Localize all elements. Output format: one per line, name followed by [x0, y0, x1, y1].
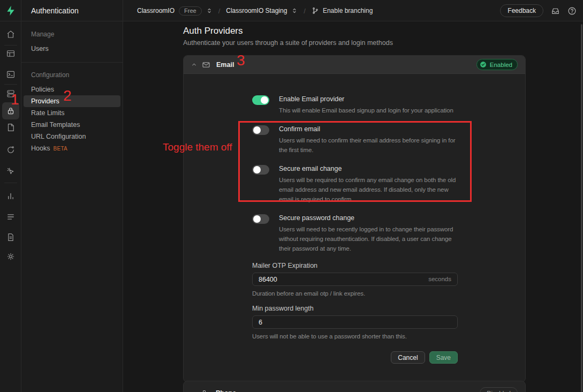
bolt-icon [5, 5, 16, 16]
chevron-down-icon [191, 390, 197, 392]
enable-branching-button[interactable]: Enable branching [312, 7, 373, 14]
logs-icon[interactable] [0, 208, 21, 225]
annotation-step-1: 1 [11, 92, 19, 107]
org-switcher-icon[interactable] [206, 7, 213, 14]
field-description: Duration before an email otp / link expi… [252, 290, 457, 297]
toggle-row-enable-email: Enable Email provider This will enable E… [252, 95, 457, 115]
breadcrumb-org[interactable]: ClassroomIO [137, 7, 175, 14]
cancel-button[interactable]: Cancel [391, 351, 425, 364]
email-card-title: Email [216, 61, 234, 69]
inbox-icon[interactable] [551, 6, 560, 16]
email-status-badge: Enabled [476, 59, 518, 70]
page-subtitle: Authenticate your users through a suite … [183, 39, 393, 47]
check-circle-icon [480, 61, 487, 68]
table-editor-icon[interactable] [0, 45, 21, 62]
toggle-label: Secure email change [279, 164, 457, 173]
toggle-row-secure-password-change: Secure password change Users will need t… [252, 214, 457, 253]
help-icon[interactable] [567, 6, 577, 16]
edge-functions-icon[interactable] [0, 141, 21, 159]
phone-card-title: Phone [216, 389, 236, 392]
sidebar-item-providers[interactable]: Providers [24, 95, 120, 107]
phone-icon [202, 389, 210, 392]
toggle-row-confirm-email: Confirm email Users will need to confirm… [252, 125, 457, 155]
phone-provider-card: Phone Disabled [183, 381, 526, 392]
email-provider-card: Email Enabled Enable Email provider This… [183, 55, 526, 382]
form-footer: Cancel Save [252, 351, 458, 382]
feedback-button[interactable]: Feedback [500, 4, 543, 17]
phone-status-badge: Disabled [480, 387, 518, 392]
save-button[interactable]: Save [429, 351, 458, 364]
auth-sidebar: Manage Users Configuration Policies Prov… [21, 21, 123, 392]
field-label: Mailer OTP Expiration [252, 262, 457, 269]
toggle-row-secure-email-change: Secure email change Users will be requir… [252, 164, 457, 204]
sidebar-item-rate-limits[interactable]: Rate Limits [24, 107, 120, 119]
main-content: Auth Providers Authenticate your users t… [123, 21, 583, 392]
enable-branching-label: Enable branching [323, 7, 373, 14]
beta-badge: BETA [53, 146, 67, 152]
toggle-description: This will enable Email based signup and … [279, 105, 457, 115]
phone-card-header[interactable]: Phone Disabled [184, 381, 525, 392]
rail-divider [4, 183, 17, 183]
top-bar: Authentication ClassroomIO Free / Classr… [0, 0, 583, 21]
branch-icon [312, 7, 319, 14]
manage-heading: Manage [21, 31, 123, 38]
plan-badge: Free [179, 6, 202, 16]
storage-icon[interactable] [0, 119, 21, 136]
annotation-note: Toggle them off [163, 141, 232, 153]
field-mailer-otp-expiration: Mailer OTP Expiration seconds Duration b… [252, 262, 457, 297]
breadcrumb: ClassroomIO Free / ClassroomIO Staging /… [137, 0, 373, 21]
toggle-description: Users will be required to confirm any em… [279, 175, 457, 204]
toggle-label: Enable Email provider [279, 95, 457, 103]
toggle-description: Users will need to confirm their email a… [279, 135, 457, 155]
supabase-logo[interactable] [0, 0, 21, 21]
secure-password-change-toggle[interactable] [252, 214, 269, 224]
breadcrumb-project[interactable]: ClassroomIO Staging [226, 7, 287, 14]
toggle-label: Secure password change [279, 214, 457, 222]
min-password-length-input[interactable] [253, 316, 457, 328]
api-docs-icon[interactable] [0, 229, 21, 246]
project-switcher-icon[interactable] [291, 7, 298, 14]
hooks-label: Hooks [31, 145, 50, 152]
sidebar-item-users[interactable]: Users [24, 43, 120, 55]
breadcrumb-separator: / [217, 7, 222, 15]
scrollbar[interactable] [581, 24, 582, 392]
annotation-step-3: 3 [237, 53, 245, 68]
page-title: Auth Providers [183, 26, 243, 36]
toggle-label: Confirm email [279, 125, 457, 133]
section-title: Authentication [21, 0, 123, 21]
reports-icon[interactable] [0, 187, 21, 205]
field-min-password-length: Min password length Users will not be ab… [252, 305, 457, 340]
field-label: Min password length [252, 305, 457, 312]
toggle-description: Users will need to be recently logged in… [279, 224, 457, 253]
sidebar-item-url-configuration[interactable]: URL Configuration [24, 131, 120, 142]
settings-icon[interactable] [0, 248, 21, 265]
sidebar-item-hooks[interactable]: Hooks BETA [24, 142, 120, 154]
realtime-icon[interactable] [0, 163, 21, 180]
annotation-step-2: 2 [63, 88, 72, 103]
sql-editor-icon[interactable] [0, 66, 21, 83]
mailer-otp-expiration-input[interactable] [253, 273, 457, 285]
enable-email-toggle[interactable] [252, 95, 269, 105]
chevron-up-icon [191, 62, 197, 67]
rail-divider [4, 84, 17, 85]
sidebar-item-email-templates[interactable]: Email Templates [24, 119, 120, 131]
email-icon [202, 61, 210, 69]
confirm-email-toggle[interactable] [252, 125, 269, 135]
email-status-label: Enabled [490, 62, 512, 68]
breadcrumb-separator: / [302, 7, 307, 15]
secure-email-change-toggle[interactable] [252, 165, 269, 175]
sidebar-item-policies[interactable]: Policies [24, 84, 120, 95]
nav-rail [0, 21, 21, 392]
topbar-actions: Feedback [500, 0, 577, 21]
email-card-body: Enable Email provider This will enable E… [184, 74, 525, 382]
configuration-heading: Configuration [21, 71, 123, 79]
sidebar-divider [21, 62, 123, 63]
home-icon[interactable] [0, 26, 21, 43]
email-card-header[interactable]: Email Enabled [184, 56, 525, 74]
app-root: Authentication ClassroomIO Free / Classr… [0, 0, 583, 392]
field-description: Users will not be able to use a password… [252, 333, 457, 340]
